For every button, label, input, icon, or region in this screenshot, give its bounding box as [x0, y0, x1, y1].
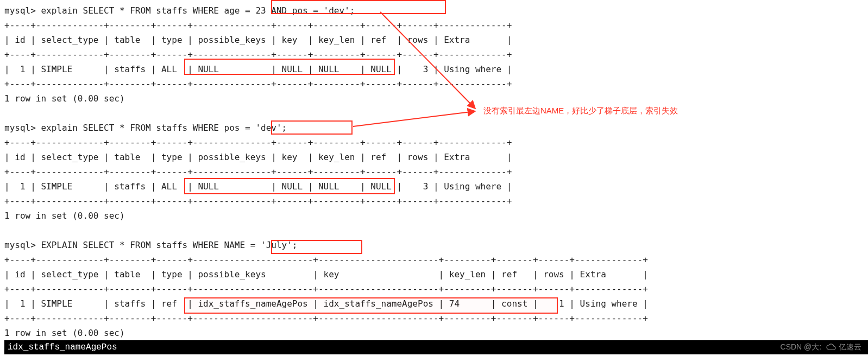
watermark: CSDN @大: 亿速云 — [781, 342, 861, 352]
terminal-output: mysql> explain SELECT * FROM staffs WHER… — [4, 3, 868, 340]
annotation-text: 没有索引最左边NAME，好比少了梯子底层，索引失效 — [483, 106, 678, 116]
cloud-icon — [826, 344, 836, 351]
highlight-key-used: idx_staffs_nameAgePos — [4, 340, 868, 354]
